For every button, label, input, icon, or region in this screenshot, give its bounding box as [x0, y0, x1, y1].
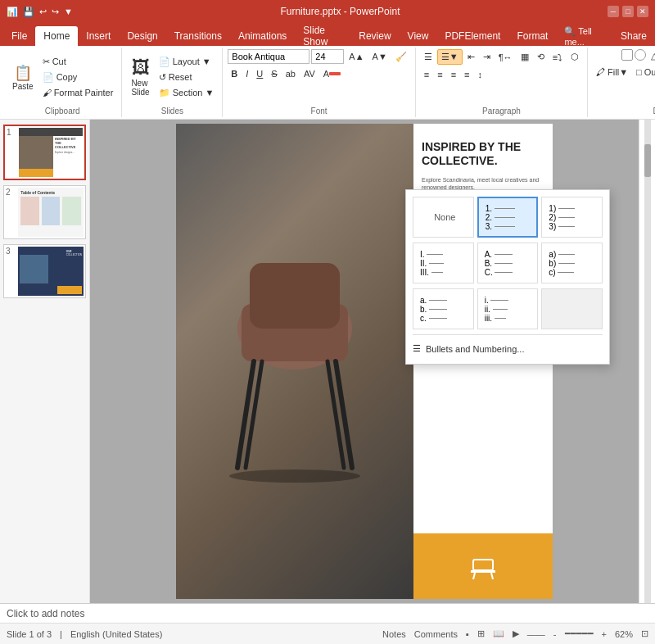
minimize-button[interactable]: ─ — [608, 6, 619, 17]
list-option-alpha-upper[interactable]: A. B. C. — [477, 243, 539, 283]
view-reading-button[interactable]: 📖 — [493, 628, 504, 639]
font-name-input[interactable] — [228, 49, 309, 64]
quick-access-redo[interactable]: ↪ — [52, 7, 59, 17]
decrease-font-button[interactable]: A▼ — [369, 50, 391, 63]
shadow-button[interactable]: ab — [282, 67, 299, 80]
tab-share[interactable]: Share — [612, 26, 655, 46]
tab-file[interactable]: File — [3, 26, 35, 46]
opt-al3: c. — [420, 314, 447, 323]
vertical-scrollbar[interactable] — [644, 120, 651, 603]
ribbon-group-slides: 🖼 NewSlide 📄 Layout ▼ ↺ Reset 📁 Section … — [122, 48, 223, 117]
text-direction-button[interactable]: ⟲ — [534, 50, 548, 64]
bullets-and-numbering-button[interactable]: ☰ Bullets and Numbering... — [413, 340, 603, 357]
close-button[interactable]: ✕ — [637, 6, 648, 17]
align-text-button[interactable]: ≡⤵ — [549, 51, 566, 64]
char-spacing-button[interactable]: AV — [300, 67, 318, 80]
tab-transitions[interactable]: Transitions — [166, 26, 230, 46]
list-option-123[interactable]: 1. 2. 3. — [477, 197, 539, 238]
slide-thumb-3[interactable]: 3 OUR COLLECTION — [3, 244, 86, 298]
opt-a1: A. — [485, 250, 513, 259]
layout-button[interactable]: 📄 Layout ▼ — [156, 55, 218, 69]
tab-pdfelement[interactable]: PDFElement — [436, 26, 508, 46]
zoom-slider[interactable]: ━━━━━ — [565, 628, 594, 639]
tab-home[interactable]: Home — [35, 26, 78, 46]
zoom-in-button[interactable]: + — [602, 629, 607, 639]
zoom-out-button[interactable]: - — [553, 629, 557, 639]
quick-access-more[interactable]: ▼ — [64, 7, 73, 16]
columns-button[interactable]: ▦ — [517, 50, 532, 64]
tab-insert[interactable]: Insert — [78, 26, 119, 46]
shape-outline-button[interactable]: □ Outline▼ — [633, 65, 655, 79]
ribbon-group-paragraph: ☰ ☰▼ ⇤ ⇥ ¶↔ ▦ ⟲ ≡⤵ ⬡ ≡ ≡ ≡ ≡ ↕ Paragraph — [416, 48, 588, 117]
numbering-button[interactable]: ☰▼ — [437, 49, 463, 65]
clear-format-button[interactable]: 🧹 — [392, 50, 410, 64]
tab-view[interactable]: View — [400, 26, 437, 46]
italic-button[interactable]: I — [242, 67, 251, 80]
fit-to-window-button[interactable]: ⊡ — [641, 628, 648, 639]
align-left-button[interactable]: ≡ — [421, 68, 432, 81]
font-color-button[interactable]: A — [320, 67, 344, 80]
bold-button[interactable]: B — [228, 67, 241, 80]
bullets-numbering-label: Bullets and Numbering... — [426, 344, 524, 354]
new-slide-button[interactable]: 🖼 NewSlide — [127, 55, 153, 99]
tab-slideshow[interactable]: Slide Show — [295, 26, 350, 46]
shape-2[interactable] — [635, 49, 646, 61]
quick-access-save[interactable]: 💾 — [23, 7, 34, 17]
strikethrough-button[interactable]: S — [268, 67, 280, 80]
shape-1[interactable] — [621, 49, 633, 61]
view-slideshow-button[interactable]: ▶ — [513, 628, 519, 639]
increase-indent-button[interactable]: ⇥ — [480, 50, 494, 64]
tab-design[interactable]: Design — [119, 26, 165, 46]
font-size-input[interactable] — [311, 49, 344, 64]
line-spacing-button[interactable]: ↕ — [475, 68, 486, 81]
copy-button[interactable]: 📄 Copy — [39, 70, 117, 84]
align-center-button[interactable]: ≡ — [434, 68, 445, 81]
ribbon-group-clipboard: 📋 Paste ✂ Cut 📄 Copy 🖌 Format Painter Cl… — [3, 48, 122, 117]
list-option-roman-lower[interactable]: i. ii. iii. — [477, 288, 539, 329]
notes-bar[interactable]: Click to add notes — [0, 603, 655, 623]
decrease-indent-button[interactable]: ⇤ — [464, 50, 478, 64]
comments-button[interactable]: Comments — [414, 629, 458, 639]
align-right-button[interactable]: ≡ — [448, 68, 459, 81]
notes-button[interactable]: Notes — [382, 629, 406, 639]
cut-button[interactable]: ✂ Cut — [39, 55, 117, 69]
list-option-empty[interactable] — [541, 288, 603, 329]
list-option-none[interactable]: None — [413, 197, 474, 238]
opt-lp1: a) — [549, 250, 575, 259]
tab-tellme[interactable]: 🔍 Tell me... — [556, 26, 612, 46]
tab-format[interactable]: Format — [508, 26, 556, 46]
view-normal-button[interactable]: ▪ — [466, 629, 469, 639]
slide-panel: 1 INSPIRED BYTHE COLLECTIVE Explore desi… — [0, 120, 90, 603]
quick-access-undo[interactable]: ↩ — [39, 7, 47, 17]
slide-thumb-2[interactable]: 2 Table of Contents — [3, 185, 86, 239]
format-painter-button[interactable]: 🖌 Format Painter — [39, 86, 117, 99]
justify-button[interactable]: ≡ — [461, 68, 472, 81]
tab-animations[interactable]: Animations — [230, 26, 295, 46]
increase-font-button[interactable]: A▲ — [346, 50, 367, 63]
list-option-alpha-lower[interactable]: a. b. c. — [413, 288, 474, 329]
list-option-alpha-lower-paren[interactable]: a) b) c) — [541, 243, 603, 283]
opt-p1: 1) — [549, 204, 575, 213]
shape-fill-button[interactable]: 🖍 Fill▼ — [593, 65, 631, 79]
paste-button[interactable]: 📋 Paste — [8, 61, 38, 93]
smartart-button[interactable]: ⬡ — [567, 50, 582, 64]
rtl-button[interactable]: ¶↔ — [495, 51, 516, 64]
underline-button[interactable]: U — [253, 67, 266, 80]
tab-review[interactable]: Review — [350, 26, 399, 46]
section-button[interactable]: 📁 Section ▼ — [156, 86, 218, 100]
reset-button[interactable]: ↺ Reset — [156, 70, 218, 84]
bullets-button[interactable]: ☰ — [421, 50, 436, 64]
list-option-roman-upper[interactable]: I. II. III. — [413, 243, 474, 283]
shape-3[interactable]: △ — [648, 49, 655, 63]
slide-thumb-1[interactable]: 1 INSPIRED BYTHE COLLECTIVE Explore desi… — [3, 125, 86, 180]
slide-img-3: OUR COLLECTION — [18, 247, 84, 296]
list-option-paren123[interactable]: 1) 2) 3) — [541, 197, 603, 238]
title-bar: 📊 💾 ↩ ↪ ▼ Furniture.pptx - PowerPoint ─ … — [0, 0, 655, 23]
scroll-thumb[interactable] — [644, 144, 651, 177]
slide-num-2: 2 — [6, 188, 15, 197]
status-separator-1: | — [60, 629, 62, 639]
slide-info: Slide 1 of 3 — [7, 629, 52, 639]
maximize-button[interactable]: □ — [622, 6, 634, 17]
svg-line-3 — [237, 361, 254, 468]
view-slide-sorter-button[interactable]: ⊞ — [477, 628, 485, 639]
